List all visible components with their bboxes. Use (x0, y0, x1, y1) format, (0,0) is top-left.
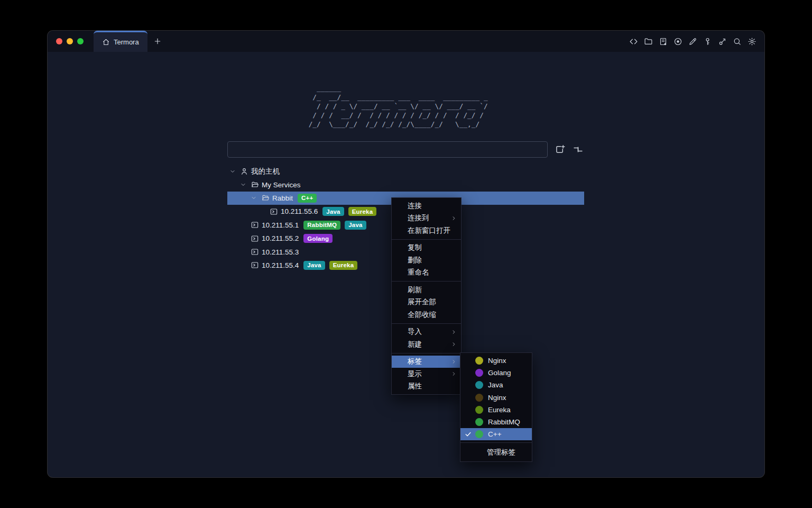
titlebar: Termora (48, 31, 764, 52)
toolbar (629, 31, 764, 52)
plus-icon (153, 37, 162, 46)
folder-icon[interactable] (644, 37, 653, 46)
tag-option-label: C++ (488, 430, 502, 438)
tree-item-label: 10.211.55.6 (281, 207, 318, 215)
close-button[interactable] (56, 38, 62, 44)
menu-item-label: 在新窗口打开 (408, 226, 450, 235)
menu-separator (392, 239, 461, 240)
tree-item-label: My Services (262, 181, 301, 189)
minimize-button[interactable] (67, 38, 73, 44)
check-placeholder (465, 419, 475, 425)
check-placeholder (465, 394, 475, 401)
log-icon[interactable] (659, 37, 668, 46)
tag-badge: C++ (298, 194, 317, 203)
tag-badges: JavaEureka (322, 207, 376, 216)
app-window: Termora ______ /_ __/__ _________ ___ __… (48, 31, 764, 477)
menu-item-label: 新建 (408, 340, 422, 349)
search-icon[interactable] (733, 37, 742, 46)
menu-item-copy[interactable]: 复制 (392, 242, 461, 255)
record-icon[interactable] (673, 37, 682, 46)
tag-option-label: Nginx (488, 357, 506, 365)
terminal-icon (251, 234, 259, 243)
tag-option-label: Eureka (488, 406, 511, 414)
tag-badges: JavaEureka (303, 261, 357, 270)
chevron-down-icon[interactable] (229, 168, 236, 175)
menu-item-import[interactable]: 导入 (392, 326, 461, 339)
collapse-all-icon[interactable] (573, 144, 584, 155)
menu-item-label: 属性 (408, 382, 422, 391)
menu-separator (392, 281, 461, 282)
menu-item-open-in-new-window[interactable]: 在新窗口打开 (392, 224, 461, 237)
traffic-lights (48, 31, 92, 52)
code-icon[interactable] (629, 37, 638, 46)
search-input[interactable] (227, 141, 548, 158)
terminal-icon (251, 221, 259, 229)
menu-item-tag-option-java[interactable]: Java (460, 379, 532, 391)
terminal-icon (270, 207, 278, 216)
tag-color-dot (475, 394, 483, 402)
tag-color-dot (475, 418, 483, 426)
tag-badges: C++ (298, 194, 317, 203)
menu-item-tag-option-nginx-2[interactable]: Nginx (460, 392, 532, 404)
home-icon (102, 38, 110, 46)
menu-item-rename[interactable]: 重命名 (392, 267, 461, 279)
tree-item-label: 10.211.55.1 (262, 221, 299, 229)
tag-color-dot (475, 357, 483, 365)
key-icon[interactable] (703, 37, 712, 46)
settings-icon[interactable] (748, 37, 756, 46)
menu-item-tag-option-eureka[interactable]: Eureka (460, 404, 532, 416)
zoom-button[interactable] (77, 38, 84, 44)
chevron-right-icon (451, 329, 457, 335)
menu-item-new[interactable]: 新建 (392, 338, 461, 351)
menu-item-manage-tags[interactable]: 管理标签 (460, 445, 532, 460)
menu-separator (392, 353, 461, 353)
tab-label: Termora (114, 38, 139, 46)
menu-item-refresh[interactable]: 刷新 (392, 284, 461, 296)
tag-badge: RabbitMQ (303, 221, 340, 230)
tag-badges: RabbitMQJava (303, 221, 366, 230)
menu-separator (460, 442, 532, 443)
menu-item-connect[interactable]: 连接 (392, 199, 461, 212)
tree-item-label: 10.211.55.3 (262, 248, 299, 256)
menu-item-delete[interactable]: 删除 (392, 254, 461, 267)
tree-item-label: 10.211.55.2 (262, 234, 299, 242)
menu-item-properties[interactable]: 属性 (392, 380, 461, 393)
menu-item-expand-all[interactable]: 展开全部 (392, 296, 461, 309)
chevron-right-icon (451, 359, 457, 365)
chevron-down-icon[interactable] (240, 182, 246, 188)
menu-item-tag-option-golang[interactable]: Golang (460, 367, 532, 379)
new-tab-button[interactable] (147, 31, 168, 52)
tag-option-label: Java (488, 381, 503, 389)
menu-item-collapse-all[interactable]: 全部收缩 (392, 309, 461, 321)
menu-item-connect-to[interactable]: 连接到 (392, 212, 461, 225)
tree-item-my-hosts[interactable]: 我的主机 (227, 165, 584, 178)
tag-option-label: Golang (488, 369, 511, 377)
add-host-icon[interactable] (555, 144, 566, 155)
menu-item-tag-option-rabbitmq[interactable]: RabbitMQ (460, 416, 532, 428)
menu-item-label: 导入 (408, 327, 422, 337)
tab-termora[interactable]: Termora (94, 31, 147, 52)
tag-color-dot (475, 406, 483, 414)
terminal-icon (251, 248, 259, 256)
folder-open-icon (261, 194, 270, 202)
menu-item-tag-option-cpp[interactable]: C++ (460, 428, 532, 440)
tree-item-my-services[interactable]: My Services (227, 178, 584, 191)
menu-item-label: 重命名 (408, 268, 429, 277)
ascii-logo: ______ /_ __/__ _________ ___ ____ _____… (309, 84, 492, 129)
menu-item-label: 刷新 (408, 285, 422, 295)
tag-option-label: Nginx (488, 394, 506, 402)
tag-color-dot (475, 369, 483, 377)
ascii-logo-wrap: ______ /_ __/__ _________ ___ ____ _____… (48, 84, 764, 129)
check-icon (465, 431, 472, 438)
chevron-right-icon (451, 341, 457, 347)
check-placeholder (465, 406, 475, 413)
menu-separator (392, 323, 461, 324)
keychain-icon[interactable] (718, 37, 727, 46)
menu-item-tags[interactable]: 标签 (392, 356, 461, 368)
tree-item-label: 我的主机 (251, 167, 280, 176)
chevron-down-icon[interactable] (251, 195, 257, 201)
menu-item-tag-option-nginx-1[interactable]: Nginx (460, 355, 532, 367)
menu-item-display[interactable]: 显示 (392, 368, 461, 380)
edit-icon[interactable] (688, 37, 697, 46)
menu-item-label: 连接 (408, 201, 422, 211)
